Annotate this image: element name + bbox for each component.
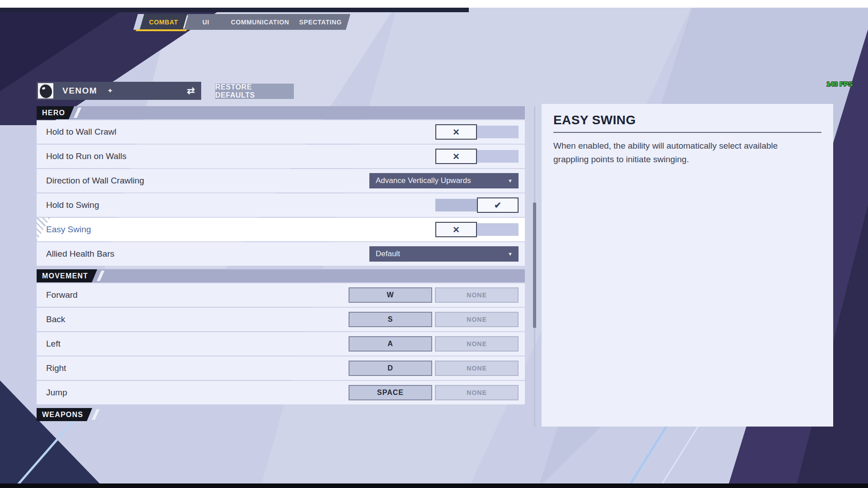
dropdown-value: Default <box>376 249 400 258</box>
setting-label: Hold to Run on Walls <box>46 151 127 161</box>
toggle-hold-to-swing[interactable]: ✔ <box>435 197 519 213</box>
setting-label: Forward <box>46 290 78 300</box>
settings-tab-bar: COMBAT UI COMMUNICATION SPECTATING <box>133 14 350 30</box>
detail-panel-description: When enabled, the ability will automatic… <box>553 139 807 166</box>
section-slash <box>97 271 104 281</box>
keybind-primary-jump[interactable]: SPACE <box>349 385 432 400</box>
section-slash <box>92 409 99 420</box>
toggle-off-box: ✕ <box>435 149 477 164</box>
keybind-primary-left[interactable]: A <box>349 336 432 352</box>
hero-name: VENOM <box>62 86 97 96</box>
setting-label: Right <box>46 363 66 373</box>
cross-icon: ✕ <box>453 225 460 234</box>
setting-row-hold-to-swing[interactable]: Hold to Swing ✔ <box>37 193 525 217</box>
top-dark-bar <box>0 8 469 12</box>
keybind-primary-forward[interactable]: W <box>349 287 432 303</box>
section-title-movement: MOVEMENT <box>37 269 97 282</box>
tab-ui[interactable]: UI <box>184 14 228 30</box>
toggle-off-box: ✕ <box>435 124 477 140</box>
setting-row-hold-to-run-on-walls[interactable]: Hold to Run on Walls ✕ <box>37 145 525 168</box>
setting-label: Direction of Wall Crawling <box>46 176 144 186</box>
tab-spectating-label: SPECTATING <box>299 19 342 26</box>
keybind-row-right[interactable]: Right D NONE <box>37 357 525 380</box>
setting-label: Hold to Swing <box>46 200 99 210</box>
dropdown-value: Advance Vertically Upwards <box>376 176 471 185</box>
setting-row-allied-health-bars[interactable]: Allied Health Bars Default ▼ <box>37 242 525 266</box>
tab-communication[interactable]: COMMUNICATION <box>224 14 296 30</box>
tab-active-underline <box>136 29 187 31</box>
tab-spectating[interactable]: SPECTATING <box>292 14 349 30</box>
toggle-fill <box>477 223 519 236</box>
keybind-buttons: S NONE <box>349 312 519 327</box>
setting-label: Jump <box>46 388 67 398</box>
keybind-secondary-left[interactable]: NONE <box>435 336 519 352</box>
keybind-buttons: W NONE <box>349 287 519 303</box>
detail-panel: EASY SWING When enabled, the ability wil… <box>542 104 833 427</box>
toggle-easy-swing[interactable]: ✕ <box>435 222 519 237</box>
setting-label: Back <box>46 314 65 324</box>
diamond-icon: ✦ <box>107 87 113 95</box>
cross-icon: ✕ <box>453 128 460 136</box>
toggle-hold-to-wall-crawl[interactable]: ✕ <box>435 124 519 140</box>
tab-ui-label: UI <box>203 19 209 26</box>
detail-panel-title: EASY SWING <box>553 113 821 127</box>
dropdown-direction-of-wall-crawling[interactable]: Advance Vertically Upwards ▼ <box>369 173 519 188</box>
toggle-hold-to-run-on-walls[interactable]: ✕ <box>435 149 519 164</box>
top-white-strip <box>0 0 868 8</box>
keybind-primary-back[interactable]: S <box>349 312 432 327</box>
setting-label: Hold to Wall Crawl <box>46 127 117 137</box>
keybind-secondary-back[interactable]: NONE <box>435 312 519 327</box>
keybind-secondary-jump[interactable]: NONE <box>435 385 519 400</box>
toggle-fill <box>477 150 519 163</box>
keybind-row-left[interactable]: Left A NONE <box>37 332 525 356</box>
toggle-fill <box>477 126 519 138</box>
keybind-buttons: D NONE <box>349 361 519 376</box>
toggle-on-box: ✔ <box>477 197 519 213</box>
dropdown-allied-health-bars[interactable]: Default ▼ <box>369 246 519 262</box>
section-title-weapons: WEAPONS <box>37 408 92 421</box>
tab-combat-label: COMBAT <box>149 19 178 26</box>
setting-label: Left <box>46 339 61 349</box>
setting-row-hold-to-wall-crawl[interactable]: Hold to Wall Crawl ✕ <box>37 120 525 144</box>
swap-hero-icon[interactable]: ⇄ <box>187 85 195 96</box>
keybind-row-back[interactable]: Back S NONE <box>37 308 525 331</box>
section-title-hero: HERO <box>37 106 74 119</box>
toggle-fill <box>435 199 477 211</box>
scrollbar-thumb[interactable] <box>533 202 536 328</box>
keybind-row-jump[interactable]: Jump SPACE NONE <box>37 381 525 404</box>
fps-counter: 143 FPS <box>826 80 853 88</box>
setting-label: Easy Swing <box>46 225 91 235</box>
keybind-secondary-right[interactable]: NONE <box>435 361 519 376</box>
section-header-movement: MOVEMENT <box>37 269 525 282</box>
keybind-buttons: A NONE <box>349 336 519 352</box>
check-icon: ✔ <box>494 201 501 210</box>
section-header-hero: HERO <box>37 106 525 119</box>
cross-icon: ✕ <box>453 152 460 161</box>
restore-defaults-button[interactable]: RESTORE DEFAULTS <box>215 84 294 99</box>
chevron-down-icon: ▼ <box>508 178 513 183</box>
hero-portrait <box>38 83 53 99</box>
keybind-buttons: SPACE NONE <box>349 385 519 400</box>
keybind-primary-right[interactable]: D <box>349 361 432 376</box>
bottom-black-strip <box>0 483 868 488</box>
setting-label: Allied Health Bars <box>46 249 114 259</box>
toggle-off-box: ✕ <box>435 222 477 237</box>
detail-panel-divider <box>553 132 821 133</box>
tab-combat[interactable]: COMBAT <box>140 14 187 30</box>
keybind-row-forward[interactable]: Forward W NONE <box>37 283 525 307</box>
tab-communication-label: COMMUNICATION <box>231 19 289 26</box>
settings-list: HERO Hold to Wall Crawl ✕ Hold to Run on… <box>37 106 525 427</box>
setting-row-easy-swing[interactable]: Easy Swing ✕ <box>37 218 525 241</box>
section-slash <box>74 108 81 118</box>
keybind-secondary-forward[interactable]: NONE <box>435 287 519 303</box>
section-header-weapons: WEAPONS <box>37 408 525 421</box>
setting-row-direction-of-wall-crawling[interactable]: Direction of Wall Crawling Advance Verti… <box>37 169 525 192</box>
chevron-down-icon: ▼ <box>508 251 513 257</box>
hero-portrait-art <box>40 84 52 98</box>
hero-selector[interactable]: VENOM ✦ ⇄ <box>37 82 201 100</box>
